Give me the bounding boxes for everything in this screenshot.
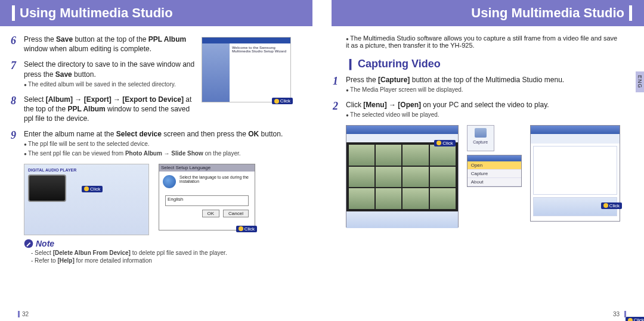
step-8: 8 Select [Album] → [Export] → [Export to… (24, 95, 308, 124)
media-screenshots: Click Capture Open Capture About Click (346, 125, 620, 227)
menu-click-tag: Click (626, 317, 644, 321)
screenshot-open-window: Click (530, 125, 620, 222)
step-1-sub: The Media Player screen will be displaye… (346, 86, 620, 94)
screenshot-row: DIGITAL AUDIO PLAYER Click Select Setup … (24, 164, 308, 235)
note-line-1: Select [Delete Albun From Device] to del… (31, 250, 308, 256)
step-7: 7 Select the directory to save to in the… (24, 60, 308, 88)
menu-item[interactable]: Open (467, 161, 521, 170)
lang-click-tag: Click (236, 226, 257, 232)
right-content: The Multimedia Studio software allows yo… (322, 26, 644, 227)
screenshot-menu: Open Capture About Click (467, 155, 522, 187)
stepnum: 8 (11, 94, 16, 108)
step-2-sub: The selected video will be played. (346, 111, 620, 119)
intro-text: The Multimedia Studio software allows yo… (346, 35, 620, 49)
step-6: 6 Press the Save button at the top of th… (24, 35, 308, 54)
stepnum: 9 (11, 128, 16, 142)
step-2: 2 Click [Menu] → [Open] on your PC and s… (346, 100, 620, 119)
stepnum: 6 (11, 33, 16, 48)
note-line-2: Refer to [Help] for more detailed inform… (31, 257, 308, 264)
manual-spread: Using Multimedia Studio Welcome to the S… (0, 0, 644, 321)
step-9-sub1: The ppl file will be sent to the selecte… (24, 140, 308, 148)
page-left: Using Multimedia Studio Welcome to the S… (0, 0, 322, 321)
thumbnail-grid (346, 142, 458, 211)
stepnum: 7 (11, 58, 16, 73)
capture-label: Capture (473, 140, 488, 144)
section-title: Capturing Video (346, 57, 620, 70)
player-click-tag: Click (82, 186, 103, 192)
left-content: Welcome to the Samsung Multimedia Studio… (0, 26, 322, 264)
page-number-right: 33 (613, 311, 626, 317)
step-9: 9 Enter the album name at the Select dev… (24, 129, 308, 158)
pencil-icon (24, 239, 33, 248)
banner-title: Using Multimedia Studio (20, 5, 173, 21)
lang-msg: Select the language to use during the in… (179, 175, 251, 183)
menu-item[interactable]: About (467, 178, 521, 186)
lang-select[interactable]: English (165, 195, 249, 206)
banner-right: Using Multimedia Studio (332, 0, 644, 26)
page-number-left: 32 (18, 311, 29, 317)
lang-titlebar: Select Setup Language (159, 164, 255, 172)
globe-icon (163, 175, 176, 188)
stepnum: 1 (333, 74, 338, 88)
language-tab: ENG (636, 71, 644, 92)
screenshot-language-dialog: Select Setup Language Select the languag… (159, 164, 255, 230)
stepnum: 2 (333, 99, 338, 113)
lang-ok-button[interactable]: OK (202, 210, 220, 217)
menu-item[interactable]: Capture (467, 170, 521, 178)
capture-tooltip: Capture (467, 125, 494, 151)
capture-menu-column: Capture Open Capture About Click (467, 125, 522, 187)
step-1: 1 Press the [Capture] button at the top … (346, 75, 620, 94)
device-icon (28, 174, 66, 202)
banner-title: Using Multimedia Studio (471, 5, 624, 21)
step-7-sub: The edited album will be saved in the se… (24, 80, 308, 89)
mediaplayer-click-tag: Click (434, 140, 455, 147)
banner-left: Using Multimedia Studio (0, 0, 312, 26)
step-9-sub2: The sent ppl file can be viewed from Pho… (24, 149, 308, 158)
note-heading: Note (24, 239, 308, 248)
player-header: DIGITAL AUDIO PLAYER (28, 168, 145, 172)
screenshot-player: DIGITAL AUDIO PLAYER Click (24, 164, 149, 235)
openwin-click-tag: Click (601, 202, 622, 209)
lang-cancel-button[interactable]: Cancel (223, 210, 249, 217)
screenshot-media-player: Click (346, 125, 459, 227)
page-right: Using Multimedia Studio ENG The Multimed… (322, 0, 644, 321)
